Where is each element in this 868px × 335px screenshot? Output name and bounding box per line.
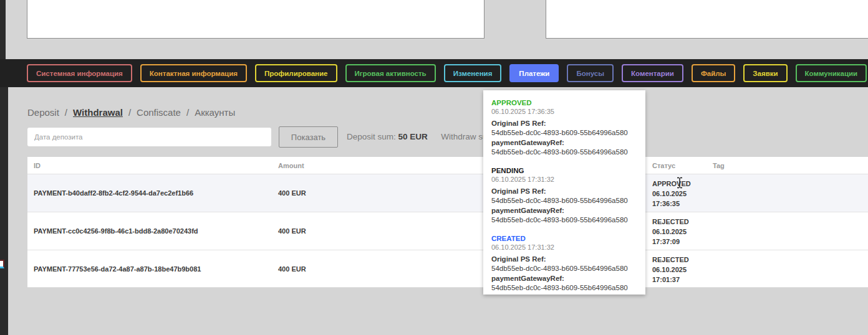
gateway-ref-label: paymentGatewayRef: [491,205,637,215]
top-panel-right [546,0,868,39]
tab-game-activity[interactable]: Игровая активность [345,64,436,82]
payment-amount: 400 EUR [278,189,306,197]
ps-ref-label: Original PS Ref: [491,118,637,128]
status-date: 06.10.2025 [652,227,689,237]
status-time: 17:36:35 [652,199,691,209]
status-history-entry: PENDING 06.10.2025 17:31:32 Original PS … [491,166,637,225]
tab-changes[interactable]: Изменения [444,64,502,82]
status-history-popup: APPROVED 06.10.2025 17:36:35 Original PS… [483,90,645,295]
status-time: 17:01:37 [652,275,689,285]
payment-status[interactable]: REJECTED 06.10.2025 17:01:37 [652,255,689,285]
header-amount: Amount [278,162,304,169]
entry-timestamp: 06.10.2025 17:31:32 [491,243,637,252]
payments-table: ID Amount Статус Tag PAYMENT-b40daff2-8f… [27,157,868,288]
table-header: ID Amount Статус Tag [27,157,868,174]
deposit-sum-label: Deposit sum: [347,132,396,141]
entry-timestamp: 06.10.2025 17:36:35 [491,107,637,116]
tab-payments[interactable]: Платежи [509,64,559,82]
status-history-entry: APPROVED 06.10.2025 17:36:35 Original PS… [491,98,637,157]
ps-ref-value: 54db55eb-dc0c-4893-b609-55b64996a580 [491,264,637,273]
payment-amount: 400 EUR [278,265,306,273]
payment-status[interactable]: REJECTED 06.10.2025 17:37:09 [652,217,689,247]
table-row[interactable]: PAYMENT-77753e56-da72-4a87-a87b-18be47b9… [27,250,868,288]
tab-files[interactable]: Файлы [692,64,735,82]
gateway-ref-value: 54db55eb-dc0c-4893-b609-55b64996a580 [491,148,637,157]
status-history-entry: CREATED 06.10.2025 17:31:32 Original PS … [491,234,637,293]
header-status: Статус [652,162,675,169]
status-date: 06.10.2025 [652,265,689,275]
entry-status: APPROVED [491,98,637,107]
payment-id: PAYMENT-cc0c4256-9f8b-46c1-bdd8-2a80e702… [34,227,198,235]
status-text: REJECTED [652,255,689,265]
tab-profiling[interactable]: Профилирование [255,64,337,82]
left-edge-strip-bottom [0,87,8,335]
status-text: APPROVED [652,179,691,189]
tab-comments[interactable]: Коментарии [622,64,683,82]
breadcrumb-deposit[interactable]: Deposit [27,107,59,118]
status-text: REJECTED [652,217,689,227]
gateway-ref-label: paymentGatewayRef: [491,138,637,148]
tab-requests[interactable]: Заявки [743,64,787,82]
gateway-ref-value: 54db55eb-dc0c-4893-b609-55b64996a580 [491,283,637,293]
tab-contact-info[interactable]: Контактная информация [140,64,247,82]
ps-ref-value: 54db55eb-dc0c-4893-b609-55b64996a580 [491,196,637,205]
entry-status: PENDING [491,166,637,175]
gateway-ref-label: paymentGatewayRef: [491,273,637,283]
deposit-date-input[interactable] [27,128,271,146]
breadcrumb-separator: / [128,107,131,118]
breadcrumb-separator: / [186,107,189,118]
payment-id: PAYMENT-b40daff2-8fb2-4cf2-9544-da7ec2ef… [34,189,193,197]
breadcrumb-separator: / [65,107,67,118]
table-row[interactable]: PAYMENT-b40daff2-8fb2-4cf2-9544-da7ec2ef… [27,174,868,212]
gateway-ref-value: 54db55eb-dc0c-4893-b609-55b64996a580 [491,215,637,225]
docked-widget-icon[interactable] [0,260,4,268]
deposit-sum-value: 50 EUR [398,132,428,141]
breadcrumb: Deposit / Withdrawal / Confiscate / Акка… [27,107,235,118]
entry-timestamp: 06.10.2025 17:31:32 [491,175,637,184]
payment-id: PAYMENT-77753e56-da72-4a87-a87b-18be47b9… [34,265,201,273]
screen: Системная информация Контактная информац… [0,0,868,335]
breadcrumb-withdrawal[interactable]: Withdrawal [73,107,123,118]
payment-amount: 400 EUR [278,227,306,235]
ps-ref-label: Original PS Ref: [491,186,637,196]
status-time: 17:37:09 [652,237,689,247]
header-id: ID [34,162,41,169]
table-row[interactable]: PAYMENT-cc0c4256-9f8b-46c1-bdd8-2a80e702… [27,212,868,250]
tab-system-info[interactable]: Системная информация [27,64,132,82]
status-date: 06.10.2025 [652,189,691,199]
show-button[interactable]: Показать [279,126,338,148]
ps-ref-value: 54db55eb-dc0c-4893-b609-55b64996a580 [491,128,637,138]
breadcrumb-confiscate[interactable]: Confiscate [137,107,181,118]
entry-status: CREATED [491,234,637,243]
ps-ref-label: Original PS Ref: [491,254,637,264]
section-tab-bar: Системная информация Контактная информац… [0,59,868,87]
tab-communications[interactable]: Коммуникации [796,64,867,82]
payment-status[interactable]: APPROVED 06.10.2025 17:36:35 [652,179,691,209]
left-edge-strip-top [0,0,6,59]
tab-bonuses[interactable]: Бонусы [567,64,614,82]
breadcrumb-accounts[interactable]: Аккаунты [195,107,235,118]
header-tag: Tag [713,162,725,169]
top-panel-left [27,0,485,39]
